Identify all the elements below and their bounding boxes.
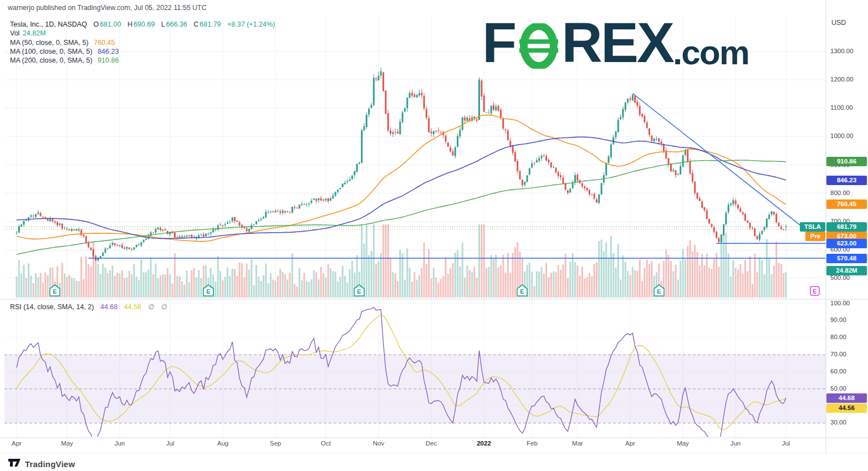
forex-o-icon	[517, 23, 560, 70]
earnings-marker-icon[interactable]: E	[653, 284, 665, 296]
change-value: +8.37 (+1.24%)	[227, 21, 275, 28]
forex-f: F	[482, 14, 515, 71]
price-axis-tick: 1100.00	[830, 104, 853, 111]
rsi-axis-tick: 70.00	[830, 351, 846, 357]
rsi-value: 44.68	[100, 303, 118, 311]
time-axis-label[interactable]: May	[677, 440, 689, 447]
time-axis-label[interactable]: Feb	[527, 440, 538, 447]
tradingview-brand: TradingView	[25, 459, 75, 469]
price-axis-tick: 800.00	[830, 190, 850, 196]
price-badge-623.00: 623.00	[826, 239, 867, 248]
forex-watermark: F REX .com	[482, 14, 749, 71]
earnings-marker-icon[interactable]: E	[203, 284, 214, 296]
time-axis-label[interactable]: Nov	[373, 440, 384, 447]
symbol-title: Tesla, Inc., 1D, NASDAQ	[10, 21, 87, 28]
svg-text:E: E	[657, 288, 661, 295]
time-axis-label[interactable]: Apr	[12, 440, 22, 447]
price-badge-760.45: 760.45	[826, 199, 867, 209]
symbol-legend-row-main: Tesla, Inc., 1D, NASDAQ O681.00 H690.69 …	[10, 20, 275, 29]
rsi-axis-tick: 100.00	[830, 300, 850, 306]
time-axis-label[interactable]: Mar	[572, 440, 583, 447]
price-axis-tick: 1200.00	[830, 76, 854, 83]
ma50-value: 760.45	[94, 39, 115, 47]
earnings-marker-icon[interactable]: E	[354, 284, 365, 296]
rsi-axis-tick: 30.00	[830, 419, 846, 426]
time-axis-label[interactable]: Jul	[782, 440, 790, 447]
rsi-axis-tick: 90.00	[830, 316, 846, 323]
tradingview-icon	[8, 457, 21, 471]
ma200-legend-row: MA (200, close, 0, SMA, 5) 910.86	[10, 56, 275, 65]
price-badge-846.23: 846.23	[826, 176, 867, 185]
volume-value: 24.82M	[23, 29, 46, 37]
ma100-value: 846.23	[98, 48, 119, 55]
time-axis-label[interactable]: Oct	[321, 440, 331, 447]
price-badge-tab-Pre: Pre	[805, 232, 825, 241]
symbol-legend[interactable]: Tesla, Inc., 1D, NASDAQ O681.00 H690.69 …	[10, 20, 275, 65]
high-value: 690.69	[134, 21, 155, 28]
time-axis-label[interactable]: Apr	[625, 440, 635, 447]
close-value: 681.79	[200, 21, 221, 28]
price-badge-44.56: 44.56	[826, 403, 867, 413]
time-axis-label[interactable]: Sep	[270, 440, 281, 447]
price-badge-tab-TSLA: TSLA	[800, 222, 825, 232]
svg-text:E: E	[813, 288, 816, 295]
ma50-legend-row: MA (50, close, 0, SMA, 5) 760.45	[10, 38, 275, 47]
open-value: 681.00	[100, 21, 121, 28]
time-axis-label[interactable]: Aug	[217, 440, 228, 447]
svg-text:E: E	[520, 288, 524, 295]
forex-com: .com	[673, 35, 749, 70]
volume-legend-row: Vol 24.82M	[10, 29, 275, 38]
publish-info: warnerjo published on TradingView.com, J…	[8, 4, 207, 12]
ma100-legend-row: MA (100, close, 0, SMA, 5) 846.23	[10, 47, 275, 56]
rsi-title: RSI (14, close, SMA, 14, 2)	[10, 303, 94, 311]
rsi-axis-tick: 50.00	[830, 385, 846, 392]
ma200-value: 910.86	[98, 57, 119, 64]
price-badge-910.86: 910.86	[826, 157, 867, 166]
price-axis-tick: 1300.00	[830, 48, 854, 54]
earnings-marker-icon[interactable]: E	[49, 284, 60, 296]
time-axis-label[interactable]: May	[61, 440, 73, 447]
svg-text:E: E	[357, 288, 361, 295]
next-earnings-marker-icon[interactable]: E	[810, 286, 820, 296]
time-axis-label[interactable]: Jun	[115, 440, 125, 447]
time-axis-label[interactable]: Jun	[731, 440, 741, 447]
earnings-marker-icon[interactable]: E	[517, 284, 528, 296]
low-value: 666.36	[166, 21, 187, 28]
rsi-axis-tick: 80.00	[830, 334, 846, 340]
svg-text:E: E	[53, 288, 57, 295]
rsi-sma-value: 44.56	[124, 303, 141, 311]
price-axis-tick: 1000.00	[830, 132, 854, 139]
time-axis-label[interactable]: Jul	[166, 440, 175, 447]
price-badge-570.48: 570.48	[826, 254, 867, 263]
rsi-axis-tick: 60.00	[830, 368, 846, 375]
chart-page: warnerjo published on TradingView.com, J…	[0, 0, 868, 471]
price-badge-681.79: 681.79	[826, 222, 867, 232]
time-axis-label[interactable]: Dec	[426, 440, 437, 447]
currency-label: USD	[831, 19, 846, 27]
price-badge-24.82M: 24.82M	[826, 266, 867, 275]
tradingview-attribution[interactable]: TradingView	[8, 457, 75, 471]
time-axis-label[interactable]: 2022	[477, 440, 491, 447]
forex-rex: REX	[561, 14, 673, 71]
rsi-legend[interactable]: RSI (14, close, SMA, 14, 2) 44.68 44.56 …	[10, 303, 167, 311]
svg-text:E: E	[206, 288, 210, 295]
price-badge-44.68: 44.68	[826, 393, 867, 403]
